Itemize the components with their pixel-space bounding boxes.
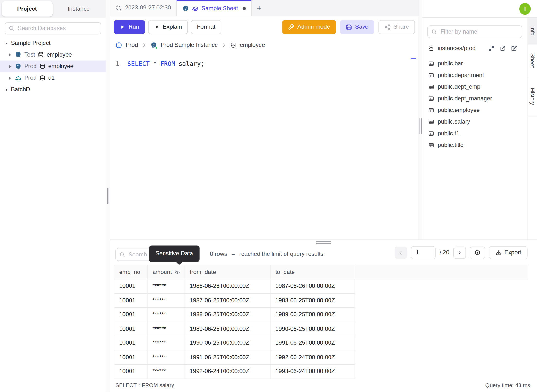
caret-right-icon[interactable]	[8, 65, 12, 68]
schema-panel-resize-gutter[interactable]	[418, 0, 422, 240]
cell-amount-masked[interactable]: ******	[147, 308, 185, 322]
column-header-to-date[interactable]: to_date	[270, 265, 355, 279]
results-resize-grip[interactable]	[316, 241, 331, 242]
caret-right-icon[interactable]	[4, 88, 8, 92]
page-number-input[interactable]: 1	[411, 246, 435, 259]
cell-to-date[interactable]: 1992-06-24T00:00:00Z	[270, 350, 355, 365]
schema-table-item[interactable]: public.department	[422, 69, 528, 81]
column-header-from-date[interactable]: from_date	[185, 265, 270, 279]
cell-to-date[interactable]: 1991-06-25T00:00:00Z	[270, 336, 355, 350]
next-page-button[interactable]	[453, 247, 466, 259]
share-button[interactable]: Share	[378, 20, 415, 34]
schema-table-item[interactable]: public.t1	[422, 128, 528, 139]
export-button[interactable]: Export	[489, 246, 527, 259]
info-icon[interactable]	[115, 42, 122, 49]
cell-amount-masked[interactable]: ******	[147, 336, 185, 350]
mysql-icon	[15, 75, 22, 81]
caret-right-icon[interactable]	[8, 76, 12, 80]
resize-grip[interactable]	[420, 118, 420, 134]
caret-down-icon[interactable]	[4, 41, 8, 45]
results-status-bar: SELECT * FROM salary Query time: 43 ms	[110, 379, 537, 392]
executed-statement: SELECT * FROM salary	[115, 382, 174, 388]
summary-separator: –	[232, 251, 235, 257]
tab-project[interactable]: Project	[2, 1, 52, 17]
cube-button[interactable]	[470, 246, 485, 259]
search-databases-input[interactable]: Search Databases	[5, 22, 101, 35]
cell-from-date[interactable]: 1992-06-24T00:00:00Z	[185, 365, 270, 379]
edit-icon[interactable]	[511, 45, 517, 51]
results-resize-grip[interactable]	[316, 243, 331, 244]
tab-instance[interactable]: Instance	[53, 1, 104, 17]
code-line-1[interactable]: 1 SELECT * FROM salary;	[110, 52, 418, 68]
tree-item-prod-d1[interactable]: Prod d1	[0, 72, 106, 84]
admin-mode-button[interactable]: Admin mode	[282, 20, 336, 34]
save-button[interactable]: Save	[340, 20, 374, 34]
external-link-icon[interactable]	[500, 45, 506, 51]
cell-emp-no[interactable]: 10001	[114, 294, 147, 308]
schema-table-item[interactable]: public.bar	[422, 58, 528, 69]
resize-grip[interactable]	[107, 188, 108, 204]
limit-note: reached the limit of query results	[239, 251, 323, 257]
column-header-emp-no[interactable]: emp_no	[114, 265, 147, 279]
cell-to-date[interactable]: 1989-06-25T00:00:00Z	[270, 308, 355, 322]
run-button[interactable]: Run	[114, 20, 145, 34]
cell-from-date[interactable]: 1990-06-25T00:00:00Z	[185, 336, 270, 350]
cell-to-date[interactable]: 1990-06-25T00:00:00Z	[270, 322, 355, 336]
cell-emp-no[interactable]: 10001	[114, 350, 147, 365]
cell-to-date[interactable]: 1987-06-26T00:00:00Z	[270, 279, 355, 293]
cell-amount-masked[interactable]: ******	[147, 294, 185, 308]
cell-from-date[interactable]: 1988-06-25T00:00:00Z	[185, 308, 270, 322]
breadcrumb-database[interactable]: employee	[240, 42, 265, 49]
database-icon	[428, 45, 434, 51]
new-tab-button[interactable]: +	[257, 4, 262, 12]
tab-timestamp-label: 2023-09-27 02:30	[125, 4, 171, 11]
schema-table-item[interactable]: public.dept_emp	[422, 81, 528, 93]
breadcrumb-instance[interactable]: Prod Sample Instance	[161, 42, 218, 49]
cell-from-date[interactable]: 1991-06-25T00:00:00Z	[185, 350, 270, 365]
tab-unsaved-sheet[interactable]: 2023-09-27 02:30	[110, 0, 177, 16]
prev-page-button[interactable]	[394, 247, 407, 259]
resize-grip[interactable]	[421, 118, 422, 134]
tab-history[interactable]: History	[528, 77, 537, 116]
avatar[interactable]: T	[519, 3, 531, 15]
tree-item-project[interactable]: Sample Project	[0, 37, 106, 49]
cell-filler	[355, 294, 527, 308]
tab-sheet[interactable]: Sheet	[528, 44, 537, 77]
schema-diagram-icon[interactable]	[488, 45, 494, 51]
tab-info[interactable]: Info	[528, 18, 537, 44]
schema-table-item[interactable]: public.title	[422, 139, 528, 151]
download-icon	[495, 249, 501, 256]
filter-by-name-input[interactable]: Filter by name	[427, 25, 522, 38]
cell-emp-no[interactable]: 10001	[114, 322, 147, 336]
schema-table-item[interactable]: public.employee	[422, 104, 528, 116]
sql-code-editor[interactable]: 1 SELECT * FROM salary;	[110, 52, 418, 240]
cell-from-date[interactable]: 1987-06-26T00:00:00Z	[185, 294, 270, 308]
cell-emp-no[interactable]: 10001	[114, 279, 147, 293]
cell-amount-masked[interactable]: ******	[147, 365, 185, 379]
schema-table-item[interactable]: public.dept_manager	[422, 93, 528, 104]
schema-table-item[interactable]: public.salary	[422, 116, 528, 128]
cell-amount-masked[interactable]: ******	[147, 322, 185, 336]
caret-right-icon[interactable]	[8, 53, 12, 57]
cell-to-date[interactable]: 1988-06-25T00:00:00Z	[270, 294, 355, 308]
table-icon	[428, 130, 434, 136]
explain-button[interactable]: Explain	[148, 20, 188, 34]
tree-item-test-employee[interactable]: Test employee	[0, 49, 106, 61]
cell-from-date[interactable]: 1986-06-26T00:00:00Z	[185, 279, 270, 293]
breadcrumb-env[interactable]: Prod	[126, 42, 138, 49]
column-header-amount-label: amount	[152, 269, 172, 275]
column-header-amount[interactable]: amount	[147, 265, 185, 279]
cell-emp-no[interactable]: 10001	[114, 365, 147, 379]
tab-sample-sheet[interactable]: Sample Sheet	[177, 0, 252, 16]
cell-amount-masked[interactable]: ******	[147, 350, 185, 365]
cell-emp-no[interactable]: 10001	[114, 336, 147, 350]
resize-grip[interactable]	[109, 188, 109, 204]
tree-item-batchd[interactable]: BatchD	[0, 84, 106, 95]
cell-to-date[interactable]: 1993-06-24T00:00:00Z	[270, 365, 355, 379]
cell-from-date[interactable]: 1989-06-25T00:00:00Z	[185, 322, 270, 336]
search-icon	[9, 25, 15, 31]
format-button[interactable]: Format	[191, 20, 221, 34]
cell-amount-masked[interactable]: ******	[147, 279, 185, 293]
cell-emp-no[interactable]: 10001	[114, 308, 147, 322]
tree-item-prod-employee[interactable]: Prod employee	[0, 60, 106, 72]
